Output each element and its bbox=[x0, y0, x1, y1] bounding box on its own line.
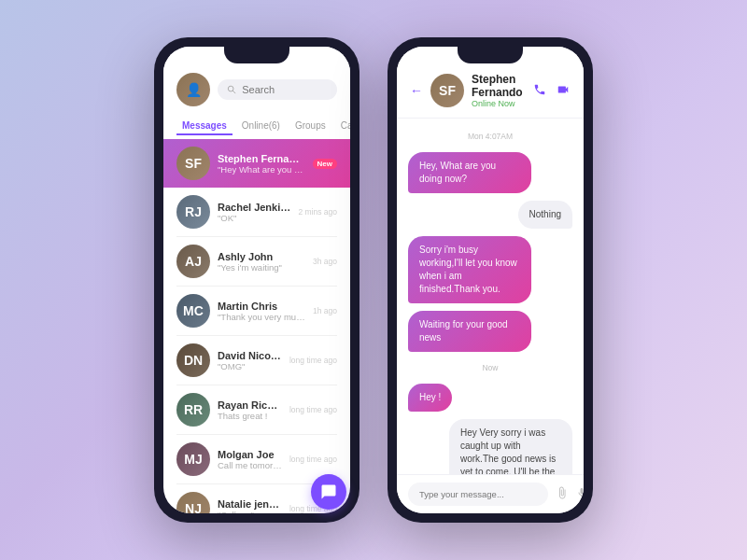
received-bubble: Nothing bbox=[518, 201, 572, 229]
back-button[interactable]: ← bbox=[410, 83, 423, 98]
message-tabs: Messages Online(6) Groups Calls bbox=[163, 114, 350, 139]
message-preview: "Thank you very much" bbox=[218, 312, 305, 322]
search-icon bbox=[227, 84, 236, 95]
list-item[interactable]: RR Rayan Richerd Thats great ! long time… bbox=[163, 385, 350, 434]
sent-bubble: Sorry i'm busy working,I'll let you know… bbox=[408, 236, 531, 303]
message-meta: 1h ago bbox=[313, 306, 337, 315]
phone-notch-right bbox=[458, 47, 523, 63]
avatar: NJ bbox=[176, 492, 210, 513]
microphone-icon[interactable] bbox=[576, 486, 584, 502]
list-item[interactable]: RJ Rachel Jenkins "OK" 2 mins ago bbox=[163, 188, 350, 236]
message-meta: 2 mins ago bbox=[298, 207, 337, 217]
avatar: AJ bbox=[176, 245, 210, 278]
message-info: Rachel Jenkins "OK" bbox=[218, 202, 290, 223]
contact-name: Rayan Richerd bbox=[218, 399, 282, 411]
avatar: RJ bbox=[176, 195, 210, 229]
chat-messages: Mon 4:07AM Hey, What are you doing now? … bbox=[397, 119, 584, 474]
contact-name: Ashly John bbox=[218, 251, 305, 262]
message-preview: Call me tomorrow at ... bbox=[218, 460, 282, 470]
tab-online[interactable]: Online(6) bbox=[236, 118, 286, 135]
sent-bubble: Hey ! bbox=[408, 384, 452, 412]
list-item[interactable]: AJ Ashly John "Yes i'm waiting" 3h ago bbox=[163, 237, 350, 286]
list-item[interactable]: DN David Nicolos "OMG" long time ago bbox=[163, 336, 350, 385]
user-avatar: 👤 bbox=[176, 73, 210, 106]
search-bar[interactable] bbox=[218, 79, 337, 100]
contact-name: Rachel Jenkins bbox=[218, 202, 290, 213]
contact-avatar: SF bbox=[430, 74, 464, 107]
chat-timestamp: Now bbox=[408, 363, 572, 372]
chat-timestamp: Mon 4:07AM bbox=[408, 132, 572, 141]
message-meta: long time ago bbox=[289, 455, 337, 464]
chat-status: Online Now bbox=[472, 99, 526, 108]
message-preview: "Call me" bbox=[218, 510, 282, 514]
avatar: MC bbox=[176, 294, 210, 328]
search-input[interactable] bbox=[242, 84, 328, 95]
message-time: long time ago bbox=[289, 405, 337, 414]
message-meta: 3h ago bbox=[313, 257, 337, 266]
chat-header-info: Stephen Fernando Online Now bbox=[472, 73, 526, 108]
tab-groups[interactable]: Groups bbox=[289, 118, 331, 135]
message-info: Natalie jenkins "Call me" bbox=[218, 498, 282, 514]
message-time: 3h ago bbox=[313, 257, 337, 266]
message-preview: Thats great ! bbox=[218, 411, 282, 421]
message-info: Stephen Fernando "Hey What are you doing… bbox=[218, 153, 305, 175]
message-info: Rayan Richerd Thats great ! bbox=[218, 399, 282, 421]
message-info: David Nicolos "OMG" bbox=[218, 350, 282, 371]
list-item[interactable]: MC Martin Chris "Thank you very much" 1h… bbox=[163, 287, 350, 335]
video-call-icon[interactable] bbox=[556, 83, 571, 99]
attachment-icon[interactable] bbox=[556, 486, 569, 502]
avatar: DN bbox=[176, 343, 210, 377]
chat-input-area bbox=[397, 474, 584, 513]
tab-messages[interactable]: Messages bbox=[176, 118, 233, 135]
message-list: SF Stephen Fernando "Hey What are you do… bbox=[163, 139, 350, 513]
message-meta: long time ago bbox=[289, 356, 337, 365]
message-meta: long time ago bbox=[289, 405, 337, 414]
message-time: 2 mins ago bbox=[298, 207, 337, 217]
svg-line-1 bbox=[233, 91, 235, 93]
phone-call-icon[interactable] bbox=[533, 83, 546, 99]
contact-name: Martin Chris bbox=[218, 301, 305, 312]
compose-fab-button[interactable] bbox=[311, 474, 346, 510]
compose-icon bbox=[320, 483, 337, 500]
sent-bubble: Hey, What are you doing now? bbox=[408, 152, 531, 193]
message-time: long time ago bbox=[289, 455, 337, 464]
list-item[interactable]: SF Stephen Fernando "Hey What are you do… bbox=[163, 139, 350, 188]
new-badge: New bbox=[313, 159, 337, 169]
message-time: long time ago bbox=[289, 356, 337, 365]
message-preview: "OMG" bbox=[218, 361, 282, 371]
avatar: RR bbox=[176, 393, 210, 427]
right-phone: ← SF Stephen Fernando Online Now Mon 4:0… bbox=[388, 37, 593, 523]
chat-contact-name: Stephen Fernando bbox=[472, 73, 526, 99]
message-info: Molgan Joe Call me tomorrow at ... bbox=[218, 449, 282, 470]
contact-name: Stephen Fernando bbox=[218, 153, 305, 164]
contact-name: Natalie jenkins bbox=[218, 498, 282, 510]
contact-name: David Nicolos bbox=[218, 350, 282, 361]
left-phone: 👤 Messages Online(6) Groups Calls SF St bbox=[154, 37, 359, 523]
message-time: 1h ago bbox=[313, 306, 337, 315]
message-preview: "Hey What are you doing ?" bbox=[218, 164, 305, 175]
avatar: SF bbox=[176, 147, 210, 180]
sent-bubble: Waiting for your good news bbox=[408, 311, 531, 352]
message-info: Martin Chris "Thank you very much" bbox=[218, 301, 305, 322]
message-meta: New bbox=[313, 159, 337, 169]
avatar: MJ bbox=[176, 442, 210, 476]
message-input[interactable] bbox=[408, 483, 548, 506]
chat-actions bbox=[533, 83, 571, 99]
message-preview: "OK" bbox=[218, 213, 290, 223]
message-preview: "Yes i'm waiting" bbox=[218, 262, 305, 273]
phone-notch-left bbox=[224, 47, 289, 63]
message-info: Ashly John "Yes i'm waiting" bbox=[218, 251, 305, 273]
tab-calls[interactable]: Calls bbox=[335, 118, 350, 135]
contact-name: Molgan Joe bbox=[218, 449, 282, 460]
received-bubble: Hey Very sorry i was caught up with work… bbox=[449, 419, 572, 474]
